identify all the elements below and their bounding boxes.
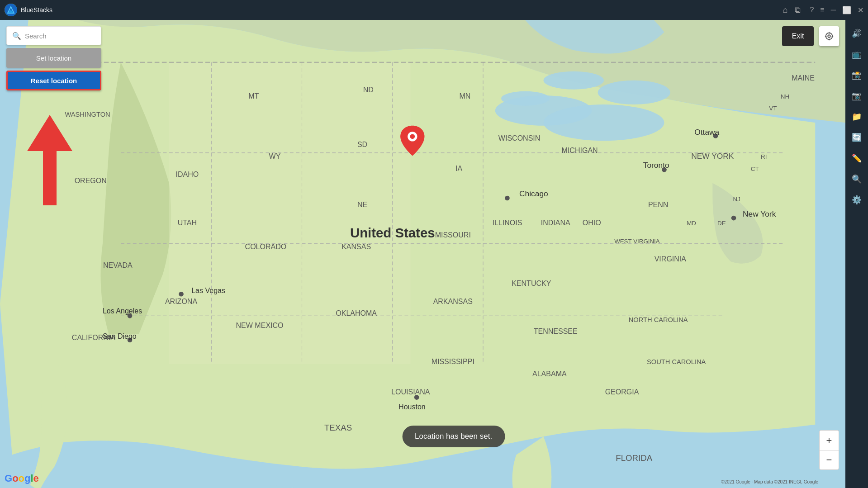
svg-text:KENTUCKY: KENTUCKY — [512, 279, 551, 287]
sidebar-icon-rotate[interactable]: 🔄 — [848, 128, 866, 147]
svg-text:MT: MT — [248, 92, 259, 100]
svg-marker-86 — [27, 115, 72, 205]
svg-text:OREGON: OREGON — [75, 176, 107, 185]
svg-text:KANSAS: KANSAS — [342, 242, 371, 251]
svg-text:New York: New York — [743, 209, 776, 218]
svg-text:Houston: Houston — [398, 403, 426, 411]
svg-text:NJ: NJ — [733, 196, 740, 203]
svg-text:WEST VIRGINIA: WEST VIRGINIA — [614, 238, 660, 245]
svg-text:MISSOURI: MISSOURI — [435, 231, 471, 239]
svg-text:DE: DE — [717, 220, 726, 227]
right-sidebar: 🔊 📺 📸 📷 📁 🔄 ✏️ 🔍 ⚙️ — [845, 20, 868, 488]
svg-text:COLORADO: COLORADO — [245, 242, 287, 251]
svg-text:ALABAMA: ALABAMA — [532, 370, 567, 378]
svg-text:ILLINOIS: ILLINOIS — [492, 218, 522, 227]
map-area[interactable]: ONTARIO QUEBEC WASHINGTON OREGON IDAHO N… — [0, 20, 845, 488]
svg-text:WY: WY — [269, 152, 281, 160]
svg-text:Toronto: Toronto — [643, 161, 669, 170]
svg-text:United States: United States — [350, 225, 435, 240]
close-icon[interactable]: ✕ — [858, 6, 863, 14]
map-attribution: ©2021 Google · Map data ©2021 INEGI, Goo… — [721, 479, 818, 484]
home-icon[interactable]: ⌂ — [783, 5, 788, 15]
svg-text:SD: SD — [357, 140, 367, 148]
sidebar-icon-edit[interactable]: ✏️ — [848, 149, 866, 167]
set-location-button[interactable]: Set location — [6, 48, 101, 68]
svg-point-68 — [505, 196, 510, 201]
svg-point-6 — [544, 104, 664, 141]
search-placeholder: Search — [25, 32, 47, 40]
svg-text:VIRGINIA: VIRGINIA — [655, 255, 687, 263]
svg-text:INDIANA: INDIANA — [541, 218, 570, 227]
svg-text:IDAHO: IDAHO — [175, 170, 199, 178]
window-icon[interactable]: ⧉ — [795, 5, 801, 15]
help-icon[interactable]: ? — [810, 6, 814, 14]
svg-text:GEORGIA: GEORGIA — [605, 388, 639, 396]
svg-point-87 — [826, 33, 833, 40]
svg-text:ND: ND — [363, 85, 374, 94]
svg-text:Las Vegas: Las Vegas — [191, 286, 225, 294]
google-logo: Google — [5, 473, 39, 484]
svg-point-9 — [501, 91, 550, 106]
svg-text:IA: IA — [455, 164, 462, 172]
svg-text:NEVADA: NEVADA — [103, 261, 133, 269]
zoom-out-button[interactable]: − — [819, 450, 839, 470]
exit-button[interactable]: Exit — [782, 26, 814, 46]
svg-text:NH: NH — [781, 93, 789, 100]
titlebar: BlueStacks ⌂ ⧉ ? ≡ ─ ⬜ ✕ — [0, 0, 868, 20]
svg-text:MAINE: MAINE — [792, 74, 815, 82]
svg-text:RI: RI — [761, 153, 767, 160]
svg-point-82 — [414, 395, 419, 400]
toast-message: Location has been set. — [402, 426, 505, 447]
svg-text:TENNESSEE: TENNESSEE — [534, 327, 578, 335]
svg-text:Chicago: Chicago — [519, 189, 548, 198]
zoom-in-button[interactable]: + — [819, 430, 839, 450]
sidebar-icon-photo[interactable]: 📷 — [848, 87, 866, 105]
svg-text:VT: VT — [769, 105, 777, 112]
maximize-icon[interactable]: ⬜ — [842, 6, 851, 14]
svg-point-92 — [828, 35, 830, 38]
menu-icon[interactable]: ≡ — [820, 6, 824, 14]
search-icon: 🔍 — [12, 32, 21, 40]
sidebar-icon-camera[interactable]: 📸 — [848, 66, 866, 84]
svg-point-74 — [731, 216, 736, 221]
svg-text:MN: MN — [459, 92, 470, 100]
svg-text:CT: CT — [751, 166, 759, 172]
svg-text:WISCONSIN: WISCONSIN — [498, 134, 541, 142]
sidebar-icon-settings[interactable]: ⚙️ — [848, 191, 866, 209]
zoom-controls: + − — [819, 430, 839, 470]
svg-text:NEW YORK: NEW YORK — [691, 152, 734, 161]
svg-text:MD: MD — [687, 220, 696, 227]
app-title: BlueStacks — [21, 6, 783, 14]
search-box[interactable]: 🔍 Search — [6, 26, 101, 45]
app-logo — [5, 4, 17, 16]
svg-text:FLORIDA: FLORIDA — [616, 453, 653, 463]
svg-text:LOUISIANA: LOUISIANA — [391, 388, 430, 396]
svg-text:NORTH CAROLINA: NORTH CAROLINA — [629, 316, 688, 323]
svg-text:NE: NE — [357, 200, 367, 208]
svg-point-8 — [544, 71, 604, 90]
svg-point-7 — [598, 81, 670, 104]
minimize-icon[interactable]: ─ — [831, 6, 836, 14]
reset-location-button[interactable]: Reset location — [6, 71, 101, 90]
svg-text:NEW MEXICO: NEW MEXICO — [236, 321, 284, 329]
svg-text:Ottawa: Ottawa — [694, 128, 719, 137]
svg-text:UTAH: UTAH — [178, 218, 197, 227]
sidebar-icon-search[interactable]: 🔍 — [848, 170, 866, 188]
svg-text:SOUTH CAROLINA: SOUTH CAROLINA — [647, 358, 706, 365]
svg-text:MICHIGAN: MICHIGAN — [562, 146, 598, 154]
sidebar-icon-display[interactable]: 📺 — [848, 45, 866, 63]
svg-text:OHIO: OHIO — [583, 218, 601, 227]
sidebar-icon-volume[interactable]: 🔊 — [848, 24, 866, 43]
svg-text:PENN: PENN — [648, 200, 669, 208]
sidebar-icon-files[interactable]: 📁 — [848, 108, 866, 126]
svg-rect-4 — [169, 62, 411, 365]
svg-text:MISSISSIPPI: MISSISSIPPI — [432, 357, 474, 365]
locate-button[interactable] — [819, 26, 839, 46]
svg-text:ARKANSAS: ARKANSAS — [433, 297, 473, 305]
nav-icons: ⌂ ⧉ — [783, 5, 801, 15]
left-panel: 🔍 Search Set location Reset location — [6, 26, 101, 90]
main-area: ONTARIO QUEBEC WASHINGTON OREGON IDAHO N… — [0, 20, 868, 488]
svg-point-76 — [179, 292, 184, 297]
svg-text:San Diego: San Diego — [103, 332, 137, 340]
svg-text:TEXAS: TEXAS — [324, 423, 352, 432]
